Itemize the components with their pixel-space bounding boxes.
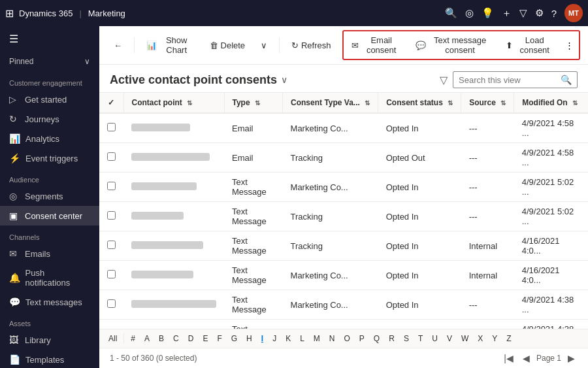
alpha-e-button[interactable]: E: [199, 332, 212, 345]
table-row[interactable]: Text Message Marketing Co... Opted In In…: [99, 261, 588, 290]
sidebar-item-text-messages[interactable]: 💬 Text messages: [0, 292, 99, 312]
question-icon[interactable]: ?: [551, 8, 557, 19]
row-checkbox-cell[interactable]: [99, 231, 123, 261]
col-header-contact-point[interactable]: Contact point ⇅: [123, 93, 224, 113]
analytics-icon: 📊: [9, 133, 20, 144]
prev-page-button[interactable]: ◀: [520, 352, 532, 365]
alpha-t-button[interactable]: T: [414, 332, 427, 345]
alpha-u-button[interactable]: U: [428, 332, 442, 345]
sidebar-item-get-started[interactable]: ▷ Get started: [0, 90, 99, 109]
alpha-h-button[interactable]: H: [242, 332, 256, 345]
back-button[interactable]: ←: [107, 37, 129, 54]
row-checkbox-cell[interactable]: [99, 143, 123, 173]
email-consent-button[interactable]: ✉ Email consent: [345, 33, 407, 58]
sidebar-item-journeys[interactable]: ↻ Journeys: [0, 109, 99, 129]
table-row[interactable]: Email Marketing Co... Opted In --- 4/9/2…: [99, 113, 588, 143]
row-checkbox[interactable]: [107, 270, 116, 278]
alpha-p-button[interactable]: P: [355, 332, 368, 345]
row-checkbox-cell[interactable]: [99, 320, 123, 329]
alpha-q-button[interactable]: Q: [370, 332, 384, 345]
row-checkbox-cell[interactable]: [99, 173, 123, 202]
table-row[interactable]: Text Message Marketing Co... Opted In --…: [99, 290, 588, 320]
sidebar-item-emails[interactable]: ✉ Emails: [0, 244, 99, 263]
help-icon[interactable]: 💡: [482, 7, 494, 19]
delete-button[interactable]: 🗑 Delete: [203, 37, 252, 54]
sidebar-item-segments[interactable]: ◎ Segments: [0, 186, 99, 206]
table-row[interactable]: Text Message Tracking Opted In Internal …: [99, 231, 588, 261]
new-icon[interactable]: ＋: [502, 7, 512, 20]
row-checkbox-cell[interactable]: [99, 261, 123, 290]
sidebar-item-library[interactable]: 🖼 Library: [0, 330, 99, 350]
grid-icon[interactable]: ⊞: [5, 7, 14, 20]
row-checkbox-cell[interactable]: [99, 202, 123, 231]
table-row[interactable]: Text Message Marketing Co... Opted In --…: [99, 173, 588, 202]
alpha-r-button[interactable]: R: [385, 332, 399, 345]
sidebar-pinned[interactable]: Pinned ∨: [0, 52, 99, 69]
alpha-j-button[interactable]: J: [269, 332, 280, 345]
view-title-chevron-icon[interactable]: ∨: [281, 75, 287, 85]
alpha-n-button[interactable]: N: [325, 332, 339, 345]
sidebar-item-consent-center[interactable]: ▣ Consent center: [0, 206, 99, 226]
text-message-consent-button[interactable]: 💬 Text message consent: [409, 33, 498, 58]
sidebar-item-analytics[interactable]: 📊 Analytics: [0, 129, 99, 148]
alpha-c-button[interactable]: C: [169, 332, 183, 345]
alpha-i-button[interactable]: I: [257, 332, 267, 345]
row-checkbox[interactable]: [107, 299, 116, 308]
get-started-icon: ▷: [9, 94, 20, 105]
alpha-b-button[interactable]: B: [155, 332, 168, 345]
table-row[interactable]: Text Message Tracking Opted In --- 4/9/2…: [99, 202, 588, 231]
sidebar-item-event-triggers[interactable]: ⚡ Event triggers: [0, 148, 99, 168]
app-title: Dynamics 365 | Marketing: [19, 8, 125, 18]
table-row[interactable]: Email Tracking Opted Out --- 4/9/2021 4:…: [99, 143, 588, 173]
alpha-hash-button[interactable]: #: [127, 332, 139, 345]
table-filter-icon[interactable]: ▽: [440, 74, 448, 86]
alpha-f-button[interactable]: F: [213, 332, 225, 345]
next-page-button[interactable]: ▶: [565, 352, 578, 365]
row-checkbox[interactable]: [107, 241, 116, 249]
alpha-w-button[interactable]: W: [457, 332, 472, 345]
avatar[interactable]: MT: [564, 4, 583, 22]
col-header-modified-on[interactable]: Modified On ⇅: [514, 93, 588, 113]
alpha-g-button[interactable]: G: [227, 332, 241, 345]
col-header-checkbox[interactable]: ✓: [99, 93, 123, 113]
filter-icon[interactable]: ▽: [519, 7, 527, 19]
search-icon[interactable]: 🔍: [445, 7, 457, 19]
row-checkbox[interactable]: [107, 211, 116, 220]
alpha-x-button[interactable]: X: [474, 332, 487, 345]
alpha-l-button[interactable]: L: [296, 332, 308, 345]
alpha-z-button[interactable]: Z: [502, 332, 515, 345]
search-submit-icon[interactable]: 🔍: [561, 75, 572, 85]
row-checkbox[interactable]: [107, 152, 116, 161]
refresh-button[interactable]: ↻ Refresh: [285, 37, 338, 54]
sidebar-toggle[interactable]: ☰: [0, 26, 99, 52]
alpha-a-button[interactable]: A: [140, 332, 154, 345]
table-row[interactable]: Text Message Tracking Opted In --- 4/9/2…: [99, 320, 588, 329]
show-chart-button[interactable]: 📊 Show Chart: [140, 32, 201, 58]
consent-more-button[interactable]: ⋮: [561, 38, 578, 53]
alpha-d-button[interactable]: D: [184, 332, 198, 345]
alpha-m-button[interactable]: M: [310, 332, 324, 345]
search-input[interactable]: [459, 75, 557, 85]
row-checkbox[interactable]: [107, 182, 116, 190]
first-page-button[interactable]: |◀: [501, 352, 516, 365]
target-icon[interactable]: ◎: [465, 7, 474, 19]
col-header-consent-type[interactable]: Consent Type Va... ⇅: [283, 93, 378, 113]
col-header-consent-status[interactable]: Consent status ⇅: [378, 93, 461, 113]
col-header-type[interactable]: Type ⇅: [224, 93, 283, 113]
col-header-source[interactable]: Source ⇅: [461, 93, 514, 113]
row-checkbox-cell[interactable]: [99, 113, 123, 143]
alpha-s-button[interactable]: S: [400, 332, 413, 345]
source-cell: Internal: [461, 261, 514, 290]
sidebar-item-push-notifications[interactable]: 🔔 Push notifications: [0, 263, 99, 292]
row-checkbox-cell[interactable]: [99, 290, 123, 320]
alpha-k-button[interactable]: K: [282, 332, 295, 345]
load-consent-button[interactable]: ⬆ Load consent: [499, 33, 560, 58]
sidebar-item-templates[interactable]: 📄 Templates: [0, 350, 99, 368]
alpha-y-button[interactable]: Y: [488, 332, 501, 345]
alpha-v-button[interactable]: V: [443, 332, 456, 345]
row-checkbox[interactable]: [107, 123, 116, 131]
settings-icon[interactable]: ⚙: [535, 7, 544, 19]
dropdown-button[interactable]: ∨: [254, 37, 274, 54]
alpha-all-button[interactable]: All: [105, 332, 121, 345]
alpha-o-button[interactable]: O: [340, 332, 354, 345]
